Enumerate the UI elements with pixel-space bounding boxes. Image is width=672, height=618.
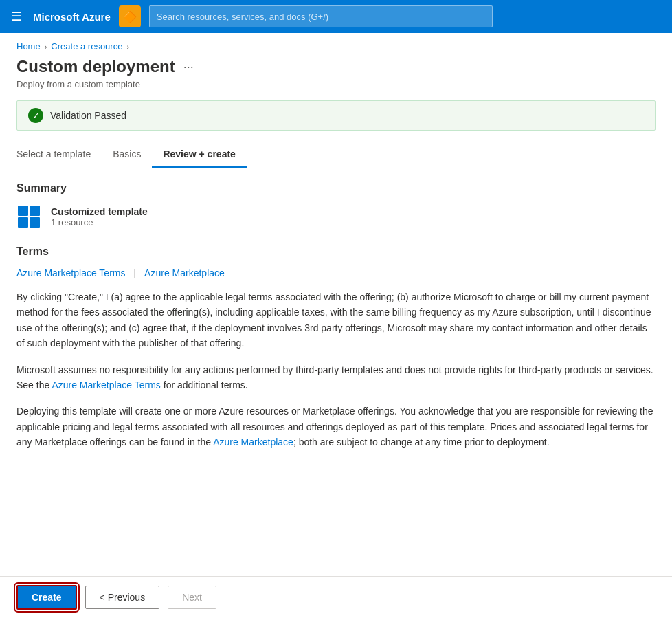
terms-links: Azure Marketplace Terms | Azure Marketpl… <box>16 267 656 278</box>
hamburger-menu[interactable]: ☰ <box>8 6 25 27</box>
tab-review-create[interactable]: Review + create <box>152 142 246 168</box>
page-header: Custom deployment ··· <box>0 52 672 76</box>
terms-body2-link[interactable]: Azure Marketplace Terms <box>52 379 160 390</box>
terms-body-2: Microsoft assumes no responsibility for … <box>16 362 656 393</box>
breadcrumb-sep2: › <box>126 43 129 51</box>
summary-section: Summary Customized template 1 resource <box>16 182 656 229</box>
terms-body3-link[interactable]: Azure Marketplace <box>213 437 293 448</box>
page-subtitle: Deploy from a custom template <box>0 76 672 89</box>
azure-icon: 🔶 <box>119 5 141 27</box>
validation-text: Validation Passed <box>50 110 126 121</box>
terms-link-azure[interactable]: Azure Marketplace <box>144 267 225 278</box>
breadcrumb-home[interactable]: Home <box>16 41 41 52</box>
summary-item: Customized template 1 resource <box>16 204 656 229</box>
search-input[interactable] <box>149 5 493 27</box>
breadcrumb-create-resource[interactable]: Create a resource <box>51 41 122 52</box>
validation-icon: ✓ <box>28 108 43 123</box>
tab-basics[interactable]: Basics <box>102 142 152 168</box>
terms-link-marketplace[interactable]: Azure Marketplace Terms <box>16 267 125 278</box>
page-title: Custom deployment <box>16 57 175 76</box>
terms-section: Terms Azure Marketplace Terms | Azure Ma… <box>16 245 656 450</box>
summary-item-count: 1 resource <box>51 217 148 228</box>
template-icon <box>16 204 41 229</box>
more-options-icon[interactable]: ··· <box>183 57 194 74</box>
validation-banner: ✓ Validation Passed <box>16 100 656 131</box>
terms-body-3: Deploying this template will create one … <box>16 404 656 450</box>
terms-title: Terms <box>16 245 656 258</box>
tabs-container: Select a template Basics Review + create <box>0 142 672 168</box>
tab-select-template[interactable]: Select a template <box>16 142 102 168</box>
breadcrumb: Home › Create a resource › <box>0 33 672 52</box>
summary-item-name: Customized template <box>51 206 148 217</box>
topbar: ☰ Microsoft Azure 🔶 <box>0 0 672 33</box>
terms-body-1: By clicking "Create," I (a) agree to the… <box>16 289 656 351</box>
app-title: Microsoft Azure <box>33 11 111 23</box>
content-area: Summary Customized template 1 resource <box>0 168 672 475</box>
summary-title: Summary <box>16 182 656 195</box>
breadcrumb-sep1: › <box>45 43 47 51</box>
